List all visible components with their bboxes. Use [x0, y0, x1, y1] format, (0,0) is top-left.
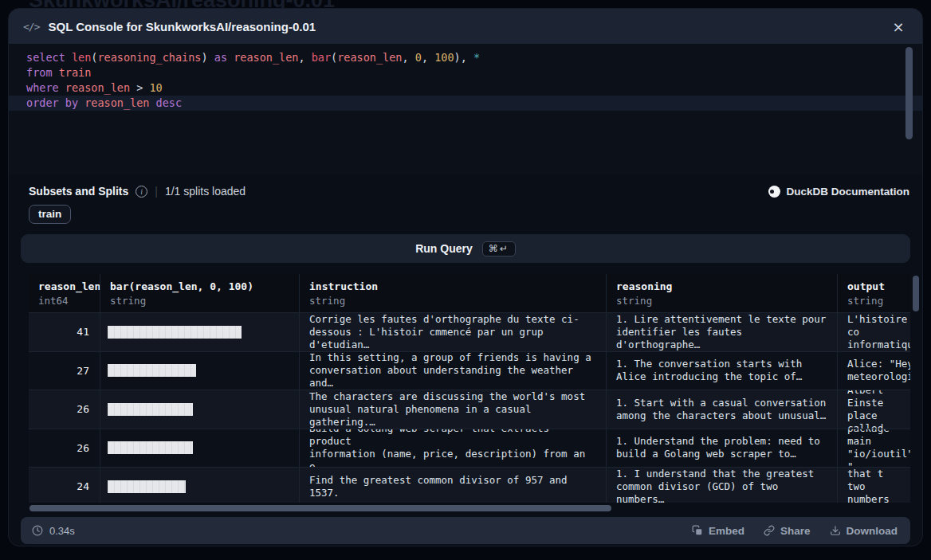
bar-glyph — [108, 326, 242, 339]
run-query-button[interactable]: Run Query ⌘↵ — [21, 234, 910, 263]
keyboard-shortcut-badge: ⌘↵ — [482, 241, 516, 257]
output-cell: I know that t two numbers i — [838, 468, 910, 503]
reason-len-cell: 26 — [29, 390, 100, 429]
close-icon[interactable]: × — [887, 15, 909, 37]
column-name: reasoning — [616, 280, 827, 294]
code-line: from train — [9, 65, 922, 80]
modal-titlebar: </> SQL Console for SkunkworksAI/reasoni… — [9, 9, 922, 44]
bar-cell — [100, 313, 300, 351]
table-row: 41 Corrige les fautes d'orthographe du t… — [29, 313, 910, 352]
reasoning-cell: 1. Start with a casual conversation amon… — [607, 390, 838, 429]
sql-token: ), — [454, 51, 473, 64]
results-footer: 0.34s Embed Share Download — [21, 517, 910, 544]
split-chip-train[interactable]: train — [29, 205, 71, 224]
column-type: int64 — [38, 294, 90, 307]
sql-token: ) — [201, 51, 207, 64]
output-cell: package main "io/ioutil" " — [838, 429, 910, 468]
duckdb-documentation-link[interactable]: DuckDB Documentation — [768, 186, 909, 198]
reason-len-cell: 24 — [29, 468, 100, 503]
sql-token: order by — [26, 96, 84, 109]
instruction-cell: The characters are discussing the world'… — [300, 390, 607, 429]
column-header: outputstring — [838, 274, 910, 312]
code-line: where reason_len > 10 — [9, 80, 922, 96]
table-horizontal-scroll-track — [29, 505, 910, 511]
results-table: reason_lenint64 bar(reason_len, 0, 100)s… — [29, 274, 910, 503]
instruction-cell: Build a Golang web scraper that extracts… — [300, 429, 607, 468]
clock-icon — [32, 525, 43, 536]
sql-token: 0 — [415, 51, 422, 64]
bar-cell — [100, 429, 300, 468]
sql-token: , — [403, 51, 415, 64]
column-type: string — [847, 294, 901, 307]
sql-token: reason_len — [337, 51, 402, 64]
share-label: Share — [780, 525, 811, 537]
sql-token: * — [473, 51, 480, 64]
link-icon — [764, 525, 775, 536]
info-icon[interactable]: i — [136, 186, 147, 198]
sql-token: reason_len — [234, 51, 298, 64]
output-cell: Alice: "Hey g meteorologist — [838, 352, 910, 390]
output-cell: L'histoire co informatique — [838, 313, 910, 351]
sql-token: 100 — [434, 51, 454, 64]
footer-actions: Embed Share Download — [692, 525, 898, 537]
sql-token: train — [59, 66, 92, 79]
bar-glyph — [108, 441, 193, 454]
share-button[interactable]: Share — [764, 525, 811, 537]
table-horizontal-scrollbar[interactable] — [29, 505, 611, 511]
results-table-zone: reason_lenint64 bar(reason_len, 0, 100)s… — [29, 274, 910, 503]
sql-token: select — [26, 51, 72, 64]
sql-token: , — [298, 51, 311, 64]
split-chips: train — [29, 205, 910, 224]
table-row: 26 The characters are discussing the wor… — [29, 390, 910, 429]
column-header: reasoningstring — [607, 274, 838, 312]
column-type: string — [309, 294, 596, 307]
duckdb-logo-icon — [768, 186, 780, 198]
column-header: instructionstring — [300, 274, 607, 312]
sql-token: 10 — [149, 81, 162, 94]
table-vertical-scrollbar[interactable] — [913, 276, 919, 311]
bar-cell — [100, 390, 300, 429]
sql-editor[interactable]: select len(reasoning_chains) as reason_l… — [9, 44, 922, 174]
splits-header-row: Subsets and Splits i | 1/1 splits loaded… — [29, 185, 909, 198]
code-line: select len(reasoning_chains) as reason_l… — [9, 50, 922, 65]
table-row: 24 Find the greatest common divisor of 9… — [29, 468, 910, 503]
reason-len-cell: 26 — [29, 429, 100, 468]
sql-token: bar — [312, 51, 331, 64]
instruction-cell: In this setting, a group of friends is h… — [300, 352, 607, 390]
splits-loaded-status: 1/1 splits loaded — [165, 185, 246, 198]
column-header: reason_lenint64 — [29, 274, 100, 312]
table-header-row: reason_lenint64 bar(reason_len, 0, 100)s… — [29, 274, 910, 313]
bar-glyph — [108, 403, 193, 416]
reasoning-cell: 1. The conversation starts with Alice in… — [607, 352, 838, 390]
sql-token: reason_len — [84, 96, 149, 109]
subsets-splits-label: Subsets and Splits — [29, 185, 128, 198]
sql-token: as — [208, 51, 234, 64]
reasoning-cell: 1. Understand the problem: need to build… — [607, 429, 838, 468]
reason-len-cell: 41 — [29, 313, 100, 351]
download-icon — [830, 525, 841, 536]
download-button[interactable]: Download — [830, 525, 898, 537]
sql-token: reason_len — [65, 81, 130, 94]
bar-glyph — [108, 364, 196, 377]
sql-token: reasoning_chains — [97, 51, 201, 64]
column-name: output — [847, 280, 901, 294]
column-header: bar(reason_len, 0, 100)string — [100, 274, 300, 312]
instruction-cell: Find the greatest common divisor of 957 … — [300, 468, 607, 503]
column-type: string — [616, 294, 827, 307]
modal-title: SQL Console for SkunkworksAI/reasoning-0… — [48, 20, 316, 33]
column-name: reason_len — [38, 280, 90, 294]
divider: | — [155, 185, 158, 198]
sql-token: desc — [149, 96, 182, 109]
sql-token: > — [130, 81, 149, 94]
editor-scrollbar[interactable] — [905, 47, 913, 139]
sql-token: len — [72, 51, 91, 64]
embed-label: Embed — [709, 525, 744, 537]
instruction-cell: Corrige les fautes d'orthographe du text… — [300, 313, 607, 351]
reason-len-cell: 27 — [29, 352, 100, 390]
code-icon: </> — [23, 21, 39, 33]
sql-console-modal: </> SQL Console for SkunkworksAI/reasoni… — [8, 8, 923, 546]
output-cell: Albert Einste place called — [838, 390, 910, 429]
embed-button[interactable]: Embed — [692, 525, 744, 537]
query-time: 0.34s — [32, 525, 75, 537]
sql-token: from — [26, 66, 59, 79]
